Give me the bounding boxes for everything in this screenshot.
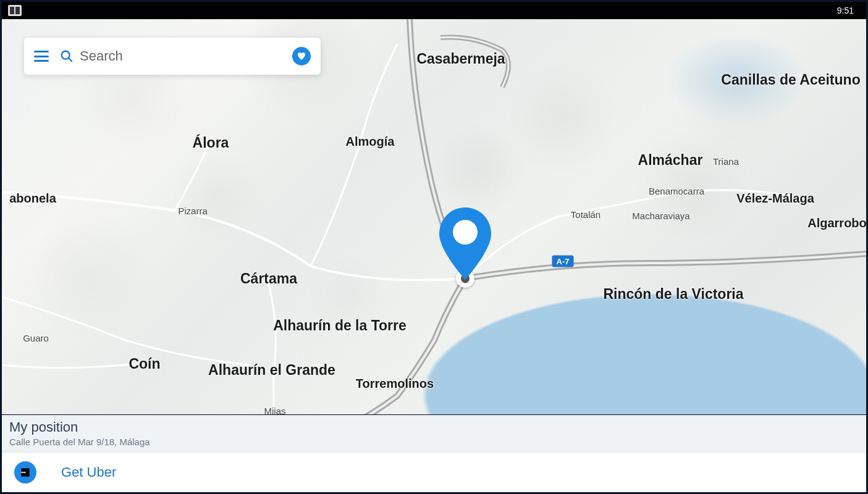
city-label: Totalán [571, 209, 600, 220]
city-label: abonela [9, 191, 56, 206]
city-label: Vélez-Málaga [736, 191, 814, 206]
heart-icon [297, 51, 306, 61]
city-label: Benamocarra [649, 186, 704, 196]
menu-icon[interactable] [34, 51, 49, 62]
search-placeholder: Search [80, 48, 123, 64]
uber-label[interactable]: Get Uber [61, 464, 116, 480]
map-canvas[interactable]: CasabermejaCanillas de AceitunoÁloraAlmo… [2, 19, 866, 414]
search-icon [60, 49, 74, 63]
status-bar: 9:51 [2, 2, 866, 19]
uber-action[interactable]: Get Uber [2, 452, 866, 492]
bottom-panel: My position Calle Puerta del Mar 9/18, M… [2, 415, 866, 492]
city-label: Macharaviaya [632, 211, 689, 221]
city-label: Almogía [346, 135, 395, 149]
highway-badge: A-7 [552, 256, 574, 267]
position-title: My position [9, 419, 859, 435]
city-label: Canillas de Aceituno [721, 72, 860, 88]
favorites-button[interactable] [292, 47, 311, 65]
city-label: Coín [129, 356, 160, 372]
location-pin-icon[interactable] [434, 204, 496, 285]
city-label: Mijas [264, 406, 285, 415]
position-address: Calle Puerta del Mar 9/18, Málaga [9, 437, 859, 447]
city-label: Almáchar [638, 152, 703, 169]
city-label: Torremolinos [356, 377, 434, 391]
city-label: Cártama [240, 270, 297, 287]
svg-line-3 [69, 58, 72, 62]
city-label: Alhaurín el Grande [208, 362, 335, 379]
uber-icon [14, 461, 36, 484]
city-label: Algarrobo [807, 216, 866, 230]
search-bar: Search [24, 38, 321, 75]
status-time: 9:51 [837, 6, 854, 15]
search-input[interactable]: Search [60, 48, 281, 64]
position-section[interactable]: My position Calle Puerta del Mar 9/18, M… [2, 416, 866, 452]
city-label: Álora [193, 135, 229, 151]
svg-point-1 [453, 220, 478, 245]
city-label: Triana [713, 156, 739, 167]
city-label: Rincón de la Victoria [603, 286, 743, 303]
city-label: Alhaurín de la Torre [273, 317, 407, 334]
city-label: Guaro [23, 333, 49, 343]
svg-rect-5 [21, 472, 26, 473]
city-label: Casabermeja [416, 51, 505, 67]
app-logo-icon [8, 5, 22, 16]
city-label: Pizarra [178, 206, 208, 216]
